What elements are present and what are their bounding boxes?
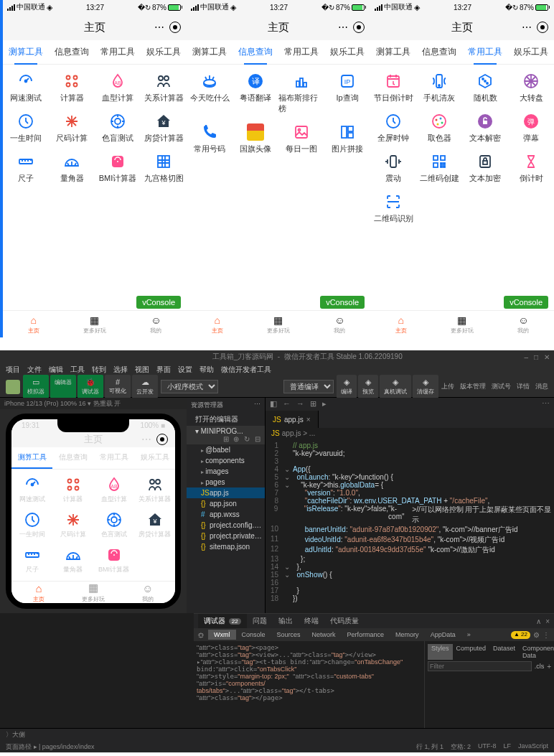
- tool-cell[interactable]: 二维码创建: [416, 148, 462, 188]
- nav-fwd-icon[interactable]: →: [296, 399, 304, 409]
- tool-cell[interactable]: 文本加密: [462, 148, 508, 188]
- tool-cell[interactable]: 福布斯排行榜: [278, 67, 324, 118]
- dbg-subtab[interactable]: AppData: [425, 630, 461, 640]
- toolbar-right-item[interactable]: 测试号: [492, 382, 511, 391]
- tool-cell[interactable]: 计算器: [49, 67, 95, 108]
- add-style-icon[interactable]: +: [547, 663, 551, 671]
- close-tab-icon[interactable]: ×: [306, 416, 311, 424]
- tab-2[interactable]: 常用工具: [278, 40, 324, 64]
- toolbar-action[interactable]: ◈真机调试: [380, 375, 411, 398]
- tool-cell[interactable]: 一生时间: [3, 108, 49, 148]
- tool-cell[interactable]: BMI计算器: [95, 148, 141, 188]
- dbg-subtab[interactable]: Memory: [390, 630, 425, 640]
- toolbar-action[interactable]: ◈预览: [358, 375, 378, 398]
- capsule-close-icon[interactable]: [169, 22, 181, 33]
- capsule-menu-icon[interactable]: ⋯: [141, 434, 152, 445]
- mode-dropdown[interactable]: 小程序模式: [161, 380, 218, 393]
- debugger-tab-quality[interactable]: 代码质量: [324, 614, 365, 628]
- menu-item[interactable]: 文件: [27, 365, 42, 375]
- toolbar-right-item[interactable]: 详情: [517, 382, 530, 391]
- file-tree-item[interactable]: {}project.private.config.js...: [187, 531, 265, 541]
- breadcrumb[interactable]: JS app.js > ...: [266, 428, 554, 439]
- panel-toggle[interactable]: 编辑器: [50, 375, 76, 398]
- tool-cell[interactable]: IPIp查询: [324, 67, 370, 118]
- open-editors-section[interactable]: 打开的编辑器: [187, 413, 265, 426]
- file-tree-item[interactable]: @babel: [187, 444, 265, 455]
- sim-tool-cell[interactable]: AB血型计算: [93, 472, 134, 508]
- tool-cell[interactable]: 全屏时钟: [370, 108, 416, 148]
- tab-0[interactable]: 测算工具: [370, 40, 416, 64]
- tool-cell[interactable]: 倒计时: [508, 148, 554, 188]
- tab-1[interactable]: 信息查询: [416, 40, 462, 64]
- editor-tab-appjs[interactable]: JSapp.js ×: [266, 411, 319, 428]
- tab-2[interactable]: 常用工具: [95, 40, 141, 64]
- dbg-subtab[interactable]: Network: [306, 630, 342, 640]
- cls-toggle[interactable]: .cls: [535, 663, 545, 670]
- menu-item[interactable]: 选择: [113, 365, 128, 375]
- file-tree-item[interactable]: images: [187, 466, 265, 477]
- menu-item[interactable]: 项目: [6, 365, 20, 375]
- style-subtab[interactable]: Styles: [428, 644, 453, 660]
- tabbar-item[interactable]: ▦更多好玩: [64, 311, 125, 337]
- sim-tool-cell[interactable]: 网速测试: [11, 472, 52, 508]
- dbg-close-icon[interactable]: ×: [545, 617, 550, 625]
- tool-cell[interactable]: 手机清灰: [416, 67, 462, 108]
- sim-tab[interactable]: 测算工具: [11, 447, 52, 469]
- sim-tab[interactable]: 娱乐工具: [134, 447, 175, 469]
- panel-toggle[interactable]: ☁云开发: [132, 375, 158, 398]
- tool-cell[interactable]: 弹弹幕: [508, 108, 554, 148]
- file-tree-item[interactable]: #app.wxss: [187, 509, 265, 520]
- tool-cell[interactable]: 常用号码: [187, 118, 233, 159]
- close-btn[interactable]: ✕: [544, 353, 550, 361]
- sim-device-info[interactable]: iPhone 12/13 (Pro) 100% 16 ▾ 热重载 开: [0, 398, 187, 409]
- tool-cell[interactable]: 网速测试: [3, 67, 49, 108]
- explorer-actions[interactable]: ⊞ ⊕ ↻ ⊟: [223, 435, 262, 443]
- tabbar-item[interactable]: ▦更多好玩: [431, 311, 492, 337]
- tab-0[interactable]: 测算工具: [187, 40, 233, 64]
- inspect-icon[interactable]: ⯐: [194, 631, 208, 639]
- tool-cell[interactable]: 国旗头像: [233, 118, 278, 159]
- menu-item[interactable]: 转到: [92, 365, 106, 375]
- menu-item[interactable]: 工具: [70, 365, 85, 375]
- split-icon[interactable]: ◧: [270, 399, 277, 409]
- capsule-menu-icon[interactable]: ⋯: [154, 22, 165, 33]
- sim-tool-cell[interactable]: ¥房贷计算器: [134, 508, 175, 543]
- sim-tool-cell[interactable]: 一生时间: [11, 508, 52, 543]
- sim-tool-cell[interactable]: BMI计算器: [93, 543, 134, 578]
- dbg-subtab[interactable]: Console: [236, 630, 271, 640]
- file-tree-item[interactable]: {}app.json: [187, 498, 265, 509]
- min-btn[interactable]: –: [524, 353, 528, 361]
- status-item[interactable]: UTF-8: [478, 742, 497, 752]
- vconsole-button[interactable]: vConsole: [320, 296, 365, 309]
- capsule-menu-icon[interactable]: ⋯: [338, 22, 349, 33]
- style-subtab[interactable]: Dataset: [489, 644, 519, 660]
- tab-3[interactable]: 娱乐工具: [324, 40, 370, 64]
- file-tree-item[interactable]: {}sitemap.json: [187, 541, 265, 552]
- debugger-tab-problems[interactable]: 问题: [247, 614, 273, 628]
- file-tree-item[interactable]: JSapp.js: [187, 487, 265, 498]
- debugger-tab-output[interactable]: 输出: [273, 614, 299, 628]
- max-btn[interactable]: □: [534, 353, 538, 361]
- tabbar-item[interactable]: ⌂主页: [187, 311, 248, 337]
- tab-0[interactable]: 测算工具: [3, 40, 49, 64]
- tabbar-item[interactable]: ☺我的: [493, 311, 554, 337]
- capsule-close-icon[interactable]: [353, 22, 365, 33]
- toolbar-right-item[interactable]: 上传: [441, 382, 454, 391]
- settings-icon[interactable]: ⚙: [533, 631, 540, 639]
- menu-item[interactable]: 编辑: [49, 365, 63, 375]
- menu-item[interactable]: 设置: [178, 365, 192, 375]
- status-item[interactable]: JavaScript: [518, 742, 548, 752]
- sim-tab[interactable]: 信息查询: [52, 447, 93, 469]
- tool-cell[interactable]: 九宫格切图: [141, 148, 187, 188]
- tool-cell[interactable]: 图片拼接: [324, 118, 370, 159]
- sim-tool-cell[interactable]: 计算器: [52, 472, 93, 508]
- tabbar-item[interactable]: ▦更多好玩: [248, 311, 309, 337]
- vconsole-button[interactable]: vConsole: [136, 296, 181, 309]
- tool-cell[interactable]: 色盲测试: [95, 108, 141, 148]
- sim-tab[interactable]: 常用工具: [93, 447, 134, 469]
- tab-1[interactable]: 信息查询: [49, 40, 95, 64]
- dbg-subtab[interactable]: Wxml: [208, 630, 236, 640]
- sim-tool-cell[interactable]: 量角器: [52, 543, 93, 578]
- debugger-tab-label[interactable]: 调试器 22: [198, 614, 247, 628]
- status-item[interactable]: 行 1, 列 1: [416, 742, 443, 752]
